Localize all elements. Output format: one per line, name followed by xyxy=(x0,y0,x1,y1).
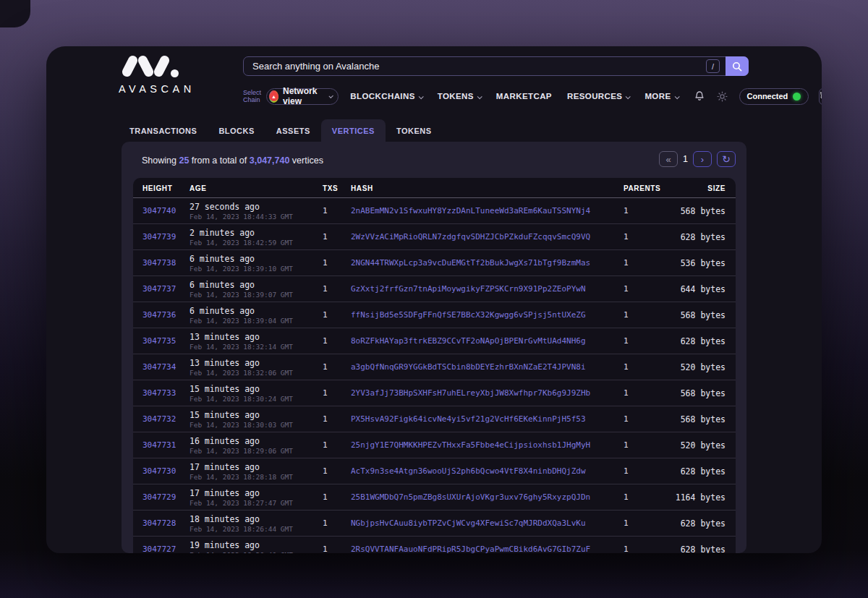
tab-vertices[interactable]: VERTICES xyxy=(321,119,386,142)
vertex-timestamp: Feb 14, 2023 18:39:04 GMT xyxy=(190,317,293,325)
nav-item-tokens[interactable]: TOKENS xyxy=(438,92,481,101)
vertex-age: 27 seconds ago xyxy=(190,202,260,212)
nav-item-more[interactable]: MORE xyxy=(644,92,678,101)
vertex-height-link[interactable]: 3047732 xyxy=(142,406,176,432)
table-row: 3047739 2 minutes ago Feb 14, 2023 18:42… xyxy=(133,224,736,250)
vertex-timestamp: Feb 14, 2023 18:32:06 GMT xyxy=(190,369,293,377)
vertex-timestamp: Feb 14, 2023 18:27:47 GMT xyxy=(190,499,293,507)
vertex-hash-link[interactable]: 2YV3afJj73BHpSXHFsH7uhELreyXbjJW8Xwfhpr7… xyxy=(351,380,590,406)
vertex-height-link[interactable]: 3047737 xyxy=(142,276,176,302)
table-row: 3047736 6 minutes ago Feb 14, 2023 18:39… xyxy=(133,302,736,328)
vertex-height-link[interactable]: 3047730 xyxy=(142,458,176,484)
vertex-hash-link[interactable]: ffNsijBd5e5SDFgFFnQfSE7BBcX32Kgwgg6vSPjs… xyxy=(351,302,586,328)
first-page-button[interactable]: « xyxy=(659,151,678,167)
vertex-height-link[interactable]: 3047736 xyxy=(142,302,176,328)
vertex-hash-link[interactable]: NGbjpsHvCAuu8iybTPZvCjWCvg4XFewiSc7qMJRD… xyxy=(351,511,586,537)
bell-icon xyxy=(694,90,705,102)
vertex-hash-link[interactable]: 8oRZFkHAYap3ftrkEBZ9CCvTF2oNApOjBPENrGvM… xyxy=(351,328,586,354)
vertex-height-link[interactable]: 3047731 xyxy=(142,432,176,458)
vertex-height-link[interactable]: 3047739 xyxy=(142,224,176,250)
vertex-hash-link[interactable]: 2nABEmMN2v1SfwxuHY8YzzDAnLTuneeWd3aREm6K… xyxy=(351,198,590,224)
vertex-txs-count: 1 xyxy=(323,484,328,511)
vertex-size: 628 bytes xyxy=(681,537,726,553)
results-count: 25 xyxy=(179,155,189,166)
network-view-label: Network view xyxy=(283,86,321,106)
vertex-timestamp: Feb 14, 2023 18:28:18 GMT xyxy=(190,473,293,481)
column-header-age: AGE xyxy=(190,184,206,192)
notifications-button[interactable] xyxy=(694,90,705,102)
vertex-hash-link[interactable]: 2WzVVzACiMpRioQRLN7zdgfqvSDHZJCbPZkduFZc… xyxy=(351,224,590,250)
vertex-timestamp: Feb 14, 2023 18:42:59 GMT xyxy=(190,239,293,247)
vertex-txs-count: 1 xyxy=(323,537,328,553)
search-button[interactable] xyxy=(726,56,749,76)
column-header-height: HEIGHT xyxy=(142,184,172,192)
vertex-hash-link[interactable]: PX5HsvA92Figk64icvNe4yi5vf21g2VcHf6EKeKi… xyxy=(351,406,586,432)
chevron-down-icon xyxy=(418,94,423,99)
vertex-parents-count: 1 xyxy=(624,484,629,511)
vertex-height-link[interactable]: 3047740 xyxy=(142,198,176,224)
vertex-age: 16 minutes ago xyxy=(190,436,260,446)
fox-icon xyxy=(820,91,822,101)
metamask-wallet-button[interactable] xyxy=(819,88,822,105)
search-input[interactable] xyxy=(244,57,706,75)
vertex-txs-count: 1 xyxy=(323,276,328,302)
vertex-parents-count: 1 xyxy=(624,458,629,484)
vertex-height-link[interactable]: 3047729 xyxy=(142,484,176,511)
pagination: « 1 › ↻ xyxy=(659,151,736,167)
vertex-age: 2 minutes ago xyxy=(190,228,255,238)
vertex-hash-link[interactable]: 25B1WGMDbQ7n5pmZBg8sUXUrAjoVKgr3uxv76ghy… xyxy=(351,484,590,511)
avascan-logo[interactable]: AVASCAN xyxy=(119,54,188,95)
tab-transactions[interactable]: TRANSACTIONS xyxy=(119,119,208,142)
vertex-txs-count: 1 xyxy=(323,432,328,458)
vertex-timestamp: Feb 14, 2023 18:44:33 GMT xyxy=(190,213,293,221)
refresh-button[interactable]: ↻ xyxy=(717,151,736,167)
network-view-dropdown[interactable]: ▲ Network view xyxy=(266,88,339,105)
vertex-hash-link[interactable]: 2RsQVVTANFAauoNFdPRipR5JbgCPyaPwmCBikd6A… xyxy=(351,537,590,553)
table-row: 3047728 18 minutes ago Feb 14, 2023 18:2… xyxy=(133,511,736,537)
vertex-height-link[interactable]: 3047733 xyxy=(142,380,176,406)
table-row: 3047738 6 minutes ago Feb 14, 2023 18:39… xyxy=(133,250,736,276)
vertex-size: 1164 bytes xyxy=(676,484,726,511)
vertex-txs-count: 1 xyxy=(323,354,328,380)
chevron-down-icon xyxy=(626,94,631,99)
vertex-txs-count: 1 xyxy=(323,328,328,354)
wallet-connected-status[interactable]: Connected xyxy=(739,88,809,105)
vertex-hash-link[interactable]: 25njgY1E7QHMKKHPEZvTHxxFa5Fbbe4eCijpsiox… xyxy=(351,432,590,458)
vertex-height-link[interactable]: 3047735 xyxy=(142,328,176,354)
tab-tokens[interactable]: TOKENS xyxy=(386,119,443,142)
vertex-hash-link[interactable]: a3gbQfNnqGR9YGGkBdTSCbin8bDEYEzhrBXnNZaE… xyxy=(351,354,586,380)
vertex-height-link[interactable]: 3047734 xyxy=(142,354,176,380)
vertex-hash-link[interactable]: 2NGN44TRWXpLcp3a9vcDuEMGtTf2bBukJwgXs71b… xyxy=(351,250,590,276)
magnifier-icon xyxy=(732,61,742,72)
nav-item-blockchains[interactable]: BLOCKCHAINS xyxy=(350,92,422,101)
vertex-height-link[interactable]: 3047728 xyxy=(142,511,176,537)
vertex-size: 568 bytes xyxy=(681,198,726,224)
content-tabs: TRANSACTIONS BLOCKS ASSETS VERTICES TOKE… xyxy=(119,119,443,142)
tab-assets[interactable]: ASSETS xyxy=(265,119,321,142)
vertex-hash-link[interactable]: GzXxtj2frfGzn7tnApiMoywgikyFZPSKCrn9X91P… xyxy=(351,276,586,302)
table-header-row: HEIGHT AGE TXS HASH PARENTS SIZE xyxy=(133,178,736,198)
vertex-hash-link[interactable]: AcTx9n3se4Atgn36wooUjS2ph6bQcwo4VtF8X4ni… xyxy=(351,458,586,484)
nav-item-resources[interactable]: RESOURCES xyxy=(567,92,629,101)
table-row: 3047737 6 minutes ago Feb 14, 2023 18:39… xyxy=(133,276,736,302)
vertex-timestamp: Feb 14, 2023 18:26:44 GMT xyxy=(190,525,293,533)
vertex-age: 17 minutes ago xyxy=(190,462,260,472)
vertex-height-link[interactable]: 3047727 xyxy=(142,537,176,553)
vertex-size: 628 bytes xyxy=(681,224,726,250)
vertex-age: 15 minutes ago xyxy=(190,384,260,394)
vertex-size: 520 bytes xyxy=(681,354,726,380)
chevron-down-icon xyxy=(328,93,333,98)
theme-toggle-button[interactable] xyxy=(717,91,728,102)
vertex-size: 628 bytes xyxy=(681,458,726,484)
column-header-size: SIZE xyxy=(707,184,726,192)
corner-notch xyxy=(0,0,30,27)
vertex-timestamp: Feb 14, 2023 18:30:03 GMT xyxy=(190,421,293,429)
vertex-txs-count: 1 xyxy=(323,406,328,432)
next-page-button[interactable]: › xyxy=(693,151,712,167)
vertex-height-link[interactable]: 3047738 xyxy=(142,250,176,276)
tab-blocks[interactable]: BLOCKS xyxy=(208,119,265,142)
table-row: 3047740 27 seconds ago Feb 14, 2023 18:4… xyxy=(133,198,736,224)
nav-item-marketcap[interactable]: MARKETCAP xyxy=(496,92,552,101)
vertex-txs-count: 1 xyxy=(323,458,328,484)
vertex-size: 628 bytes xyxy=(681,328,726,354)
